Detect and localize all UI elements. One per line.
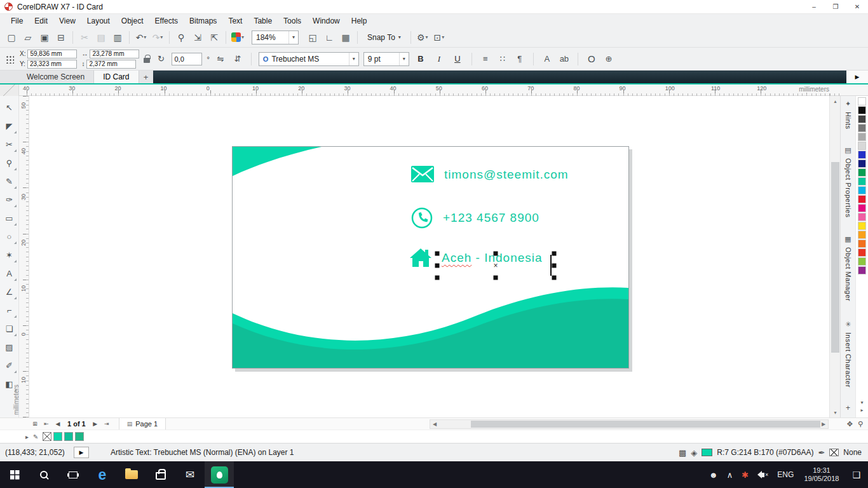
- vertical-ruler[interactable]: 5040302010010: [19, 96, 29, 417]
- edit-text-button[interactable]: ab: [558, 52, 571, 66]
- color-swatch[interactable]: [858, 177, 866, 186]
- origin-selector-icon[interactable]: [5, 55, 14, 64]
- close-button[interactable]: ✕: [846, 0, 868, 14]
- color-swatch[interactable]: [858, 257, 866, 266]
- scroll-right-arrow[interactable]: ▶: [819, 420, 828, 428]
- transparency-tool[interactable]: ▨: [1, 338, 18, 356]
- full-screen-preview-button[interactable]: ◱: [305, 30, 320, 45]
- phone-text[interactable]: +123 4567 8900: [443, 211, 539, 225]
- y-position-field[interactable]: 23,323 mm: [27, 60, 77, 69]
- chevron-down-icon[interactable]: ▾: [288, 31, 298, 44]
- save-button[interactable]: ▣: [37, 30, 52, 45]
- document-tab-id-card[interactable]: ID Card: [94, 71, 139, 83]
- copy-button[interactable]: ▤: [93, 30, 109, 45]
- connector-tool[interactable]: ⌐: [1, 301, 18, 320]
- application-launcher-button[interactable]: ▾: [230, 30, 245, 45]
- minimize-button[interactable]: –: [803, 0, 825, 14]
- volume-muted-icon[interactable]: ×: [753, 471, 773, 478]
- color-swatch[interactable]: [858, 195, 866, 203]
- zoom-fit-button[interactable]: ⚲: [858, 420, 863, 428]
- chevron-down-icon[interactable]: ▾: [349, 53, 358, 65]
- new-document-tab-button[interactable]: +: [139, 71, 153, 83]
- customize-button[interactable]: ⊡▾: [431, 30, 447, 45]
- email-row[interactable]: timons@steemit.com: [411, 166, 569, 183]
- font-size-combo[interactable]: 9 pt ▾: [363, 52, 409, 66]
- last-page-button[interactable]: ⇥: [101, 421, 112, 427]
- menu-file[interactable]: File: [5, 17, 29, 25]
- drop-shadow-tool[interactable]: ❏: [1, 320, 18, 338]
- mail-button[interactable]: ✉: [175, 461, 205, 488]
- color-swatch[interactable]: [858, 142, 866, 150]
- open-circle-button[interactable]: ⊕: [602, 52, 615, 66]
- cut-button[interactable]: ✂: [77, 30, 92, 45]
- id-card-page[interactable]: timons@steemit.com +123 4567 8900: [232, 146, 629, 369]
- docker-tab-insert-character[interactable]: ✳Insert Character: [844, 320, 852, 388]
- options-button[interactable]: ⚙▾: [415, 30, 430, 45]
- people-button[interactable]: ☻: [705, 470, 722, 480]
- color-swatch[interactable]: [858, 266, 866, 274]
- color-swatch[interactable]: [858, 186, 866, 194]
- parallel-dimension-tool[interactable]: ∠: [1, 283, 18, 301]
- start-button[interactable]: [0, 461, 29, 488]
- color-swatch[interactable]: [858, 248, 866, 257]
- color-swatch[interactable]: [858, 204, 866, 212]
- menu-bitmaps[interactable]: Bitmaps: [184, 17, 222, 25]
- menu-help[interactable]: Help: [346, 17, 373, 25]
- open-button[interactable]: ▱: [20, 30, 36, 45]
- redo-button[interactable]: ↷▾: [150, 30, 165, 45]
- misspelled-word[interactable]: Aceh: [442, 251, 471, 264]
- pick-tool[interactable]: ↖: [1, 98, 18, 117]
- freehand-tool[interactable]: ✎: [1, 172, 18, 191]
- undo-button[interactable]: ↶▾: [133, 30, 149, 45]
- tab-scroll-arrow[interactable]: ▶: [846, 71, 868, 83]
- ruler-origin-corner[interactable]: [0, 85, 19, 96]
- no-color-swatch[interactable]: [43, 432, 51, 441]
- zoom-level-combo[interactable]: 184% ▾: [252, 30, 299, 44]
- address-row[interactable]: Aceh - Indonesia: [410, 248, 543, 267]
- hidden-icons-chevron[interactable]: ∧: [722, 470, 738, 480]
- export-button[interactable]: ⇱: [207, 30, 222, 45]
- mirror-vertical-button[interactable]: ⇵: [231, 52, 244, 66]
- shape-tool[interactable]: ◤: [1, 117, 18, 135]
- ellipse-tool[interactable]: ○: [1, 227, 18, 246]
- palette-flyout-button[interactable]: ▸: [25, 433, 29, 440]
- document-color-swatch[interactable]: [53, 432, 62, 441]
- scroll-left-arrow[interactable]: ◀: [430, 420, 439, 428]
- object-width-field[interactable]: 23,278 mm: [90, 50, 139, 58]
- bold-button[interactable]: B: [414, 52, 428, 66]
- docker-tab-object-properties[interactable]: ▤Object Properties: [844, 146, 852, 217]
- outline-button[interactable]: O: [585, 52, 598, 66]
- document-tab-welcome-screen[interactable]: Welcome Screen: [18, 71, 94, 83]
- add-docker-button[interactable]: +: [846, 403, 850, 412]
- selection-handle[interactable]: [552, 252, 557, 256]
- menu-table[interactable]: Table: [248, 17, 278, 25]
- page-tab[interactable]: ▤ Page 1: [119, 418, 166, 430]
- search-content-button[interactable]: ⚲: [173, 30, 189, 45]
- fill-color-swatch[interactable]: [702, 449, 712, 456]
- crop-tool[interactable]: ✂: [1, 135, 18, 154]
- drawing-canvas[interactable]: timons@steemit.com +123 4567 8900: [29, 96, 829, 417]
- coreldraw-taskbar-button[interactable]: [205, 461, 234, 488]
- search-button[interactable]: [29, 461, 58, 488]
- color-swatch[interactable]: [858, 106, 866, 114]
- phone-row[interactable]: +123 4567 8900: [411, 207, 539, 229]
- zoom-tool[interactable]: ⚲: [1, 154, 18, 172]
- menu-text[interactable]: Text: [222, 17, 248, 25]
- paste-button[interactable]: ▥: [110, 30, 125, 45]
- polygon-tool[interactable]: ✶: [1, 246, 18, 264]
- color-swatch[interactable]: [858, 115, 866, 123]
- menu-view[interactable]: View: [53, 17, 81, 25]
- text-tool[interactable]: A: [1, 264, 18, 283]
- font-list-combo[interactable]: O Trebuchet MS ▾: [259, 52, 359, 66]
- rotation-angle-field[interactable]: 0,0: [172, 53, 202, 65]
- mirror-horizontal-button[interactable]: ⇋: [214, 52, 227, 66]
- color-swatch[interactable]: [858, 240, 866, 248]
- color-proof-icon[interactable]: ▩: [679, 448, 686, 458]
- store-button[interactable]: [146, 461, 175, 488]
- import-button[interactable]: ⇲: [190, 30, 205, 45]
- color-swatch[interactable]: [858, 222, 866, 230]
- snap-to-dropdown[interactable]: Snap To ▾: [362, 33, 407, 42]
- object-select-button[interactable]: ▶: [74, 447, 89, 458]
- underline-button[interactable]: U: [451, 52, 465, 66]
- lock-ratio-icon[interactable]: [144, 58, 150, 63]
